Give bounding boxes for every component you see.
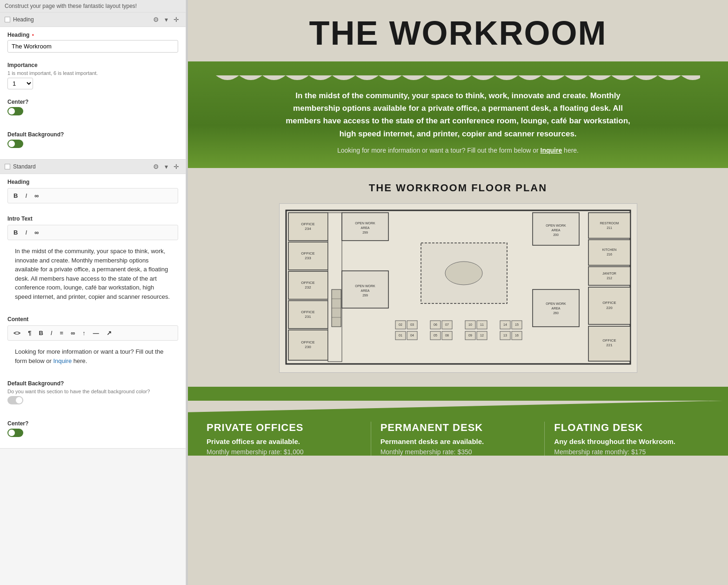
importance-label: Importance	[7, 62, 178, 68]
content-code-btn[interactable]: <>	[12, 329, 22, 337]
center-label: Center?	[7, 99, 178, 105]
membership-col-1: PERMANENT DESK Permanent desks are avail…	[371, 422, 545, 456]
svg-text:AREA: AREA	[361, 289, 369, 292]
svg-text:OFFICE: OFFICE	[301, 340, 314, 344]
heading-section-header: Heading ⚙ ▾ ✛	[0, 13, 186, 27]
standard-checkbox[interactable]	[5, 164, 10, 169]
heading-required-mark: •	[32, 32, 34, 38]
svg-text:07: 07	[445, 323, 449, 326]
left-panel: Construct your page with these fantastic…	[0, 0, 186, 585]
svg-text:OFFICE: OFFICE	[301, 310, 314, 314]
heading-checkbox[interactable]	[5, 17, 10, 22]
svg-text:220: 220	[606, 306, 613, 310]
standard-move-icon[interactable]: ✛	[172, 162, 181, 171]
center-toggle[interactable]	[7, 107, 23, 115]
content-para-btn[interactable]: ¶	[26, 329, 33, 337]
top-bar-hint: Construct your page with these fantastic…	[0, 0, 186, 13]
importance-select[interactable]: 123456	[7, 78, 33, 89]
content-text-after: here.	[72, 357, 87, 364]
standard-down-icon[interactable]: ▾	[163, 162, 170, 171]
content-upload-btn[interactable]: ↑	[80, 329, 87, 337]
content-list-btn[interactable]: ≡	[58, 329, 65, 337]
svg-text:JANITOR: JANITOR	[602, 272, 616, 275]
default-bg-toggle[interactable]	[7, 140, 23, 148]
content-bold-btn[interactable]: B	[37, 329, 45, 337]
membership-col-0: PRIVATE OFFICES Private offices are avai…	[197, 422, 371, 456]
membership-section: PRIVATE OFFICES Private offices are avai…	[188, 387, 728, 456]
membership-subtitle-2: Any desk throughout the Workroom.	[554, 437, 709, 445]
center-field-group: Center?	[0, 94, 186, 127]
default-bg-label: Default Background?	[7, 131, 178, 138]
inquire-link[interactable]: Inquire	[541, 147, 562, 154]
svg-text:RESTROOM: RESTROOM	[600, 222, 619, 225]
content-link-text[interactable]: Inquire	[53, 357, 72, 364]
heading-move-icon[interactable]: ✛	[172, 15, 181, 24]
content-toolbar: <> ¶ B I ≡ ∞ ↑ — ↗	[7, 325, 178, 341]
svg-text:OFFICE: OFFICE	[602, 301, 616, 305]
standard-center-toggle[interactable]	[7, 429, 23, 437]
heading-text-input[interactable]	[7, 40, 178, 53]
heading-settings-icon[interactable]: ⚙	[151, 15, 161, 24]
svg-text:11: 11	[480, 323, 484, 326]
standard-default-bg-hint: Do you want this section to have the def…	[7, 389, 178, 394]
svg-text:233: 233	[305, 256, 311, 260]
svg-text:12: 12	[480, 334, 484, 337]
heading-section-label: Heading	[13, 16, 34, 23]
svg-text:OFFICE: OFFICE	[301, 222, 314, 226]
heading-bold-btn[interactable]: B	[12, 191, 20, 200]
heading-section-icons: ⚙ ▾ ✛	[151, 15, 181, 24]
content-link-btn[interactable]: ∞	[69, 329, 77, 337]
content-italic-btn[interactable]: I	[49, 329, 54, 337]
intro-link-btn[interactable]: ∞	[33, 228, 40, 237]
intro-italic-btn[interactable]: I	[23, 228, 29, 237]
svg-text:234: 234	[305, 227, 311, 231]
svg-text:06: 06	[434, 323, 437, 326]
svg-text:KITCHEN: KITCHEN	[602, 248, 616, 251]
sub-text-after: here.	[562, 147, 579, 154]
svg-text:AREA: AREA	[551, 229, 560, 232]
standard-settings-icon[interactable]: ⚙	[151, 162, 161, 171]
svg-text:231: 231	[305, 315, 311, 319]
membership-rate-2: Membership rate monthly: $175	[554, 448, 709, 456]
svg-rect-17	[328, 213, 342, 362]
svg-text:15: 15	[515, 323, 519, 326]
svg-text:260: 260	[553, 311, 559, 315]
standard-section-block: Standard ⚙ ▾ ✛ Heading B I ∞ Intro Text …	[0, 160, 186, 449]
svg-text:230: 230	[305, 345, 311, 349]
standard-section-label: Standard	[13, 163, 36, 170]
svg-text:01: 01	[399, 334, 402, 337]
svg-text:04: 04	[410, 334, 414, 337]
importance-hint: 1 is most important, 6 is least importan…	[7, 70, 178, 76]
floor-plan-container: OFFICE 234 OFFICE 233 OFFICE 232 OFFICE …	[279, 203, 637, 373]
membership-rate-0: Monthly membership rate: $1,000	[207, 448, 361, 456]
svg-rect-70	[588, 213, 630, 238]
intro-text-label: Intro Text	[7, 215, 178, 222]
svg-text:AREA: AREA	[361, 226, 369, 229]
center-toggle-wrap	[7, 107, 178, 117]
green-intro-section: In the midst of the community, your spac…	[188, 61, 728, 168]
membership-subtitle-1: Permanent desks are available.	[381, 437, 535, 445]
standard-default-bg-toggle[interactable]	[7, 396, 23, 404]
floor-plan-section: THE WORKROOM FLOOR PLAN OFFICE 234 OFFIC…	[188, 168, 728, 387]
intro-paragraph: In the midst of the community, your spac…	[277, 89, 640, 140]
svg-text:02: 02	[399, 323, 402, 326]
content-expand-btn[interactable]: ↗	[105, 329, 114, 337]
heading-down-icon[interactable]: ▾	[163, 15, 170, 24]
svg-text:OFFICE: OFFICE	[301, 281, 314, 285]
svg-text:OPEN WORK: OPEN WORK	[546, 302, 566, 305]
sub-paragraph: Looking for more information or want a t…	[216, 147, 700, 154]
content-field-group: Content <> ¶ B I ≡ ∞ ↑ — ↗ Looking for m…	[0, 311, 186, 376]
svg-text:OFFICE: OFFICE	[301, 251, 314, 256]
standard-default-bg-toggle-wrap	[7, 396, 178, 406]
sub-text-before: Looking for more information or want a t…	[337, 147, 541, 154]
svg-text:211: 211	[607, 226, 612, 229]
svg-text:03: 03	[410, 323, 414, 326]
intro-bold-btn[interactable]: B	[12, 228, 20, 237]
content-text-preview: Looking for more information or want a t…	[7, 343, 178, 371]
heading-link-btn[interactable]: ∞	[33, 191, 40, 200]
svg-text:05: 05	[434, 334, 437, 337]
heading-italic-btn[interactable]: I	[23, 191, 29, 200]
membership-subtitle-0: Private offices are available.	[207, 437, 361, 445]
content-hr-btn[interactable]: —	[91, 329, 101, 337]
intro-text-preview: In the midst of the community, your spac…	[7, 243, 178, 307]
